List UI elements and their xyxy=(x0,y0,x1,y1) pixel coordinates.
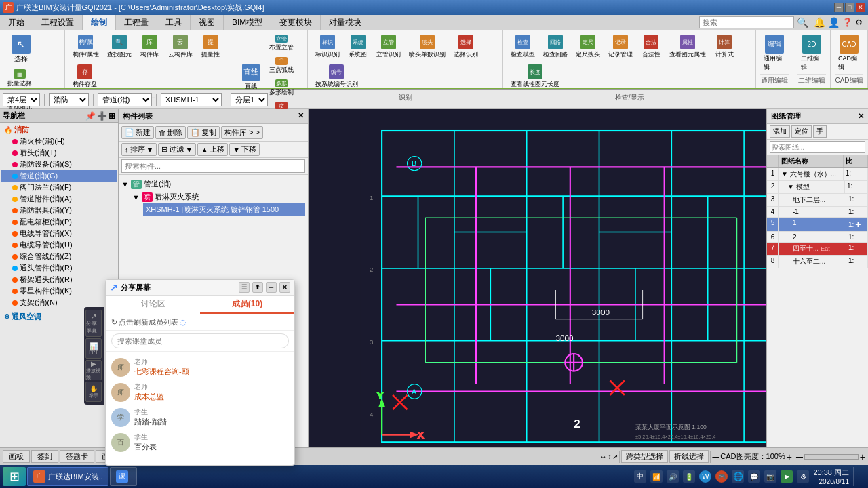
draw-arc-button[interactable]: ⌒ 三点弧线 xyxy=(266,55,297,77)
systray-icon-3[interactable]: 🌐 xyxy=(732,470,744,483)
member-item-2[interactable]: 师 老师 成本总监 xyxy=(111,380,289,405)
nav-item-wire-conduit[interactable]: 电线导管(消)(X) xyxy=(1,228,117,239)
drawing-row-5[interactable]: 5 1 1: + xyxy=(767,218,868,232)
comp-library-button[interactable]: 构件库 > > xyxy=(221,126,263,139)
nav-item-fire-tools[interactable]: 消防器具(消)(Y) xyxy=(1,205,117,216)
brightness-plus-icon[interactable]: + xyxy=(787,451,792,462)
lang-icon[interactable]: 中 xyxy=(634,470,646,483)
systray-icon-6[interactable]: ▶ xyxy=(781,470,793,483)
comp-qty-button[interactable]: 提 提量性 xyxy=(197,33,224,61)
chat-share-icon[interactable]: ⬆ xyxy=(252,282,263,293)
member-item-3[interactable]: 学 学生 踏踏-踏踏 xyxy=(111,405,289,430)
systray-icon-4[interactable]: 💬 xyxy=(748,470,760,483)
canvas-area[interactable]: 3000 3000 X Y xyxy=(309,109,868,471)
comp-search-input[interactable] xyxy=(121,159,305,173)
nav-item-cable-conduit[interactable]: 电缆导管(消)(U) xyxy=(1,239,117,251)
comp-new-button[interactable]: 📄 新建 xyxy=(121,126,154,139)
network-icon[interactable]: 📶 xyxy=(650,470,663,483)
check-model-button[interactable]: 检查 检查模型 xyxy=(507,33,538,61)
cad-edit-button[interactable]: CAD CAD编辑 xyxy=(835,33,863,74)
notification-icon[interactable]: 🔔 xyxy=(814,17,825,28)
drawing-row-4[interactable]: 4 -1 1: xyxy=(767,207,868,218)
comp-copy-button[interactable]: 📋 复制 xyxy=(187,126,220,139)
ribbon-tab-compare[interactable]: 对量模块 xyxy=(321,15,370,30)
status-tab-board[interactable]: 画板 xyxy=(3,450,30,463)
id-sys2-button[interactable]: 编号 按系统编号识别 xyxy=(312,62,361,91)
systray-icon-2[interactable]: 🎮 xyxy=(715,470,728,483)
check-calc-button[interactable]: 计算 计算式 xyxy=(711,33,738,61)
pipe-selector[interactable]: 管道(消) xyxy=(98,93,152,106)
zoom-plus-icon[interactable]: + xyxy=(860,451,865,462)
2d-edit-button[interactable]: 2D 二维编辑 xyxy=(797,33,826,74)
clock-widget[interactable]: 20:38 周二 2020/8/11 xyxy=(813,468,849,485)
ribbon-search-input[interactable] xyxy=(699,16,794,28)
systray-icon-1[interactable]: W xyxy=(699,470,711,483)
ribbon-tab-quantity[interactable]: 工程量 xyxy=(116,15,157,30)
close-button[interactable]: ✕ xyxy=(856,3,865,12)
id-sel-button[interactable]: 选择 选择识别 xyxy=(450,33,481,61)
check-len-button[interactable]: 长度 查看线性图元长度 xyxy=(507,62,563,91)
sound-icon[interactable]: 🔊 xyxy=(667,470,679,483)
drawing-row-3[interactable]: 3 地下二层... 1: xyxy=(767,194,868,207)
zoom-slider[interactable] xyxy=(804,454,859,460)
ribbon-tab-bim[interactable]: BIM模型 xyxy=(224,15,271,30)
systray-icon-5[interactable]: 📷 xyxy=(764,470,776,483)
ribbon-tab-start[interactable]: 开始 xyxy=(0,15,33,30)
layer-selector[interactable]: 分层1 xyxy=(231,93,268,106)
share-screen-side-icon[interactable]: ↗ 分享屏幕 xyxy=(85,310,102,337)
nav-item-hydrant[interactable]: 消火栓(消)(H) xyxy=(1,136,117,147)
maximize-button[interactable]: □ xyxy=(845,3,854,12)
search-icon[interactable]: 🔍 xyxy=(797,17,808,28)
tree-leaf-xhsmh1[interactable]: XHSMH-1 [喷淋灭火系统 镀锌钢管 1500 xyxy=(143,203,305,216)
show-desktop-button[interactable] xyxy=(853,467,865,486)
drawing-add-icon[interactable]: + xyxy=(855,219,861,230)
drawing-manager-close-icon[interactable]: ✕ xyxy=(858,112,864,121)
tree-node-pipe-fire-header[interactable]: ▼ 管 管道(消) xyxy=(121,178,305,190)
polyline-select-button[interactable]: 折线选择 xyxy=(669,450,709,463)
chat-tab-discuss[interactable]: 讨论区 xyxy=(106,296,200,314)
battery-icon[interactable]: 🔋 xyxy=(683,470,695,483)
minimize-button[interactable]: ─ xyxy=(834,3,844,12)
user-icon[interactable]: 👤 xyxy=(828,17,840,28)
comp-filter-button[interactable]: ⊟ 过滤 ▼ xyxy=(158,143,196,156)
ribbon-tab-draw[interactable]: 绘制 xyxy=(83,15,116,30)
brightness-minus-icon[interactable]: ─ xyxy=(712,451,719,462)
ribbon-tab-tools[interactable]: 工具 xyxy=(157,15,191,30)
nav-settings-icon[interactable]: ⊞ xyxy=(108,111,115,121)
id-vert-button[interactable]: 立管 立管识别 xyxy=(373,33,404,61)
systray-icon-7[interactable]: ⚙ xyxy=(797,470,809,483)
ribbon-tab-change[interactable]: 变更模块 xyxy=(271,15,321,30)
drawing-row-8[interactable]: 8 十六至二... 1: xyxy=(767,256,868,268)
ribbon-tab-proj-settings[interactable]: 工程设置 xyxy=(33,15,83,30)
taskbar-bim-btn[interactable]: 广 广联达BIM安装... xyxy=(27,467,108,486)
comp-lib-button[interactable]: 库 构件库 xyxy=(136,33,163,61)
nav-item-sprinkler[interactable]: 喷头(消)(T) xyxy=(1,147,117,159)
check-record-button[interactable]: 记录 记录管理 xyxy=(605,33,636,61)
draw-line-button[interactable]: 直线 直线 xyxy=(237,33,264,121)
ppt-side-icon[interactable]: 📊 PPT xyxy=(85,338,102,359)
check-ruler-button[interactable]: 定尺 定尺搜头 xyxy=(572,33,604,61)
id-label-button[interactable]: 标识 标识识别 xyxy=(312,33,343,61)
start-button[interactable]: ⊞ xyxy=(3,467,26,486)
batch-select-button[interactable]: ▦ 批量选择 xyxy=(4,67,35,90)
nav-pin-icon[interactable]: 📌 xyxy=(85,111,96,121)
comp-delete-button[interactable]: 🗑 删除 xyxy=(155,126,186,139)
drawing-locate-button[interactable]: 定位 xyxy=(791,125,812,138)
drawing-hand-button[interactable]: 手 xyxy=(813,125,827,138)
system-selector[interactable]: 消防给排水暖通 xyxy=(49,93,89,106)
drawing-add-button[interactable]: 添加 xyxy=(770,125,790,138)
ribbon-tab-view[interactable]: 视图 xyxy=(191,15,224,30)
taskbar-class-btn[interactable]: 课 xyxy=(110,467,137,486)
nav-item-pipe-acc[interactable]: 管道附件(消)(A) xyxy=(1,193,117,205)
draw-vert-button[interactable]: 立管 布置立管 xyxy=(266,33,297,54)
comp-up-button[interactable]: ▲ 上移 xyxy=(197,143,228,156)
nav-item-combined-pipe[interactable]: 综合管线(消)(Z) xyxy=(1,251,117,262)
draw-multi-button[interactable]: 多形 多形绘制 xyxy=(266,77,297,99)
member-search-input[interactable] xyxy=(111,333,289,348)
comp-save-button[interactable]: 存 构件存盘 xyxy=(69,62,100,91)
nav-item-bridge-tee[interactable]: 桥架通头(消)(R) xyxy=(1,274,117,285)
member-item-4[interactable]: 百 学生 百分表 xyxy=(111,430,289,455)
nav-item-pipe-fire[interactable]: 管道(消)(G) xyxy=(1,170,117,182)
nav-item-tee[interactable]: 通头管件(消)(R) xyxy=(1,262,117,274)
cross-select-button[interactable]: 跨类型选择 xyxy=(621,450,668,463)
